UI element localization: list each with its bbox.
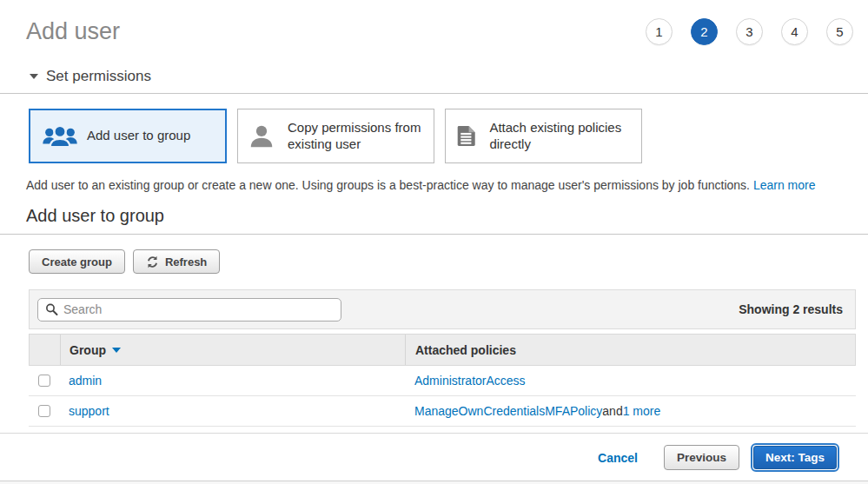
group-cell: admin [60,366,405,395]
group-link[interactable]: admin [69,374,102,388]
page-bottom-strip [0,481,868,484]
cancel-link[interactable]: Cancel [598,451,638,465]
group-section-title: Add user to group [26,206,868,226]
more-policies-link[interactable]: 1 more [623,404,661,418]
table-header: Group Attached policies [29,334,856,366]
set-permissions-section-header[interactable]: Set permissions [30,68,868,85]
table-row-admin[interactable]: admin AdministratorAccess [29,366,856,396]
divider [0,93,868,94]
row-checkbox[interactable] [38,405,50,417]
header-checkbox-column [30,335,61,365]
policy-document-icon [457,123,475,149]
group-link[interactable]: support [69,404,109,418]
create-group-label: Create group [42,255,112,269]
group-column-label: Group [70,343,106,357]
divider [0,234,868,235]
sort-descending-icon [112,348,121,353]
search-input[interactable] [63,302,334,316]
policies-column-label: Attached policies [415,343,516,357]
option-label: Copy permissions from existing user [288,120,422,153]
wizard-footer: Cancel Previous Next: Tags [0,434,868,472]
search-icon [45,302,58,316]
section-description: Add user to an existing group or create … [26,178,842,192]
option-attach-policies[interactable]: Attach existing policies directly [445,109,642,163]
collapse-triangle-icon [30,74,38,79]
column-header-attached-policies: Attached policies [406,335,855,365]
option-label: Add user to group [87,128,190,144]
table-toolbar: Showing 2 results [29,289,856,329]
previous-label: Previous [677,451,726,464]
refresh-button[interactable]: Refresh [133,249,220,274]
refresh-label: Refresh [165,255,207,269]
page-header: Add user 1 2 3 4 5 [0,0,868,49]
step-2-active[interactable]: 2 [691,18,718,45]
step-3[interactable]: 3 [736,18,763,45]
row-checkbox-cell [29,396,60,426]
results-summary: Showing 2 results [739,302,843,316]
policy-link[interactable]: ManageOwnCredentialsMFAPolicy [414,404,602,418]
previous-button[interactable]: Previous [664,445,739,470]
single-user-icon [249,123,274,149]
next-button-focus-ring: Next: Tags [751,443,839,472]
learn-more-link[interactable]: Learn more [753,178,816,192]
column-header-group[interactable]: Group [61,335,406,365]
step-5[interactable]: 5 [826,18,853,45]
page-title: Add user [26,18,120,45]
step-1[interactable]: 1 [646,18,673,45]
groups-table: Showing 2 results Group Attached policie… [29,289,856,427]
refresh-icon [146,255,159,269]
option-label: Attach existing policies directly [489,120,630,153]
row-checkbox[interactable] [38,375,50,387]
user-group-icon [42,123,78,149]
group-actions: Create group Refresh [29,249,868,274]
option-copy-permissions[interactable]: Copy permissions from existing user [237,109,434,163]
step-indicator: 1 2 3 4 5 [646,18,853,45]
group-cell: support [60,396,405,426]
policies-cell: AdministratorAccess [405,366,856,395]
step-4[interactable]: 4 [781,18,808,45]
create-group-button[interactable]: Create group [29,249,125,274]
search-box[interactable] [37,298,341,322]
option-add-user-to-group[interactable]: Add user to group [29,109,227,163]
next-label: Next: Tags [765,451,825,464]
permission-option-cards: Add user to group Copy permissions from … [29,109,842,163]
policies-joiner: and [602,404,622,418]
next-tags-button[interactable]: Next: Tags [753,446,837,469]
policies-cell: ManageOwnCredentialsMFAPolicy and 1 more [405,396,856,426]
section-title: Set permissions [46,68,151,85]
table-row-support[interactable]: support ManageOwnCredentialsMFAPolicy an… [29,396,856,427]
policy-link[interactable]: AdministratorAccess [414,374,526,388]
row-checkbox-cell [29,366,60,395]
description-text: Add user to an existing group or create … [26,178,750,192]
